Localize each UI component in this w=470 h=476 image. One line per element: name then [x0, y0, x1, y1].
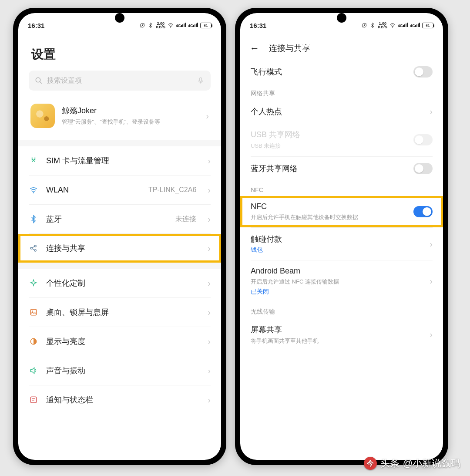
- row-label: 声音与振动: [46, 365, 196, 376]
- sound-icon: [29, 366, 38, 375]
- chevron-right-icon: ›: [206, 111, 209, 121]
- settings-row-声音与振动[interactable]: 声音与振动›: [18, 356, 221, 385]
- row-bt-tether[interactable]: 蓝牙共享网络: [240, 157, 443, 180]
- row-value: TP-LINK_C2A6: [148, 186, 196, 194]
- display-icon: [29, 337, 38, 346]
- chevron-right-icon: ›: [208, 156, 211, 166]
- airplane-toggle[interactable]: [413, 66, 433, 78]
- search-bar[interactable]: [29, 71, 211, 91]
- camera-notch: [337, 13, 346, 23]
- palette-icon: [29, 279, 38, 287]
- touchpay-link: 钱包: [251, 246, 423, 254]
- dnd-icon: [361, 22, 367, 28]
- section-wireless: 无线传输: [240, 302, 443, 318]
- phone-frame-left: 16:31 2.00KB/S 4G 4G 61 设置: [13, 8, 226, 465]
- svg-line-4: [40, 81, 42, 84]
- row-label: WLAN: [46, 186, 141, 195]
- battery-icon: 61: [422, 23, 433, 28]
- chevron-right-icon: ›: [208, 337, 211, 347]
- row-label: 蓝牙: [46, 214, 168, 224]
- mic-icon[interactable]: [197, 77, 205, 84]
- row-label: 个性化定制: [46, 278, 196, 288]
- chevron-right-icon: ›: [208, 278, 211, 288]
- screenshare-label: 屏幕共享: [251, 324, 423, 335]
- bluetooth-status-icon: [148, 22, 154, 28]
- chevron-right-icon: ›: [208, 307, 211, 317]
- row-label: SIM 卡与流量管理: [46, 155, 196, 166]
- svg-point-11: [32, 311, 33, 312]
- beam-label: Android Beam: [251, 267, 423, 276]
- screenshare-sub: 将手机画面共享至其他手机: [251, 337, 423, 345]
- row-value: 未连接: [175, 215, 196, 224]
- nfc-sub: 开启后允许手机在触碰其他设备时交换数据: [251, 213, 407, 222]
- settings-row-个性化定制[interactable]: 个性化定制›: [18, 269, 221, 297]
- camera-notch: [115, 13, 124, 23]
- row-screen-share[interactable]: 屏幕共享 将手机画面共享至其他手机 ›: [240, 318, 443, 351]
- toutiao-icon: 今: [364, 457, 377, 470]
- account-name: 鲸殇Joker: [62, 105, 199, 116]
- back-button[interactable]: ←: [250, 43, 259, 54]
- chevron-right-icon: ›: [430, 276, 433, 286]
- chevron-right-icon: ›: [430, 239, 433, 249]
- nfc-label: NFC: [251, 202, 407, 211]
- usb-toggle: [413, 134, 433, 145]
- row-label: 连接与共享: [46, 243, 196, 253]
- signal-2: 4G: [188, 23, 198, 28]
- nfc-toggle[interactable]: [413, 206, 433, 217]
- search-icon: [35, 77, 43, 84]
- sim-icon: [29, 156, 38, 165]
- settings-row-显示与亮度[interactable]: 显示与亮度›: [18, 327, 221, 356]
- svg-point-18: [392, 27, 393, 28]
- row-touch-pay[interactable]: 触碰付款 钱包 ›: [240, 228, 443, 260]
- beam-status: 已关闭: [251, 288, 423, 296]
- settings-row-蓝牙[interactable]: 蓝牙未连接›: [18, 205, 221, 233]
- status-time: 16:31: [250, 22, 266, 29]
- row-airplane-mode[interactable]: 飞行模式: [240, 60, 443, 84]
- bt-tether-label: 蓝牙共享网络: [251, 163, 407, 174]
- usb-label: USB 共享网络: [251, 129, 407, 140]
- airplane-label: 飞行模式: [251, 67, 407, 77]
- settings-row-SIM 卡与流量管理[interactable]: SIM 卡与流量管理›: [18, 146, 221, 175]
- section-divider: [18, 140, 221, 146]
- svg-point-6: [33, 192, 34, 193]
- row-label: 显示与亮度: [46, 336, 196, 347]
- account-card[interactable]: 鲸殇Joker 管理"云服务"、"查找手机"、登录设备等 ›: [29, 100, 211, 132]
- beam-sub: 开启后允许通过 NFC 连接传输数据: [251, 277, 423, 286]
- chevron-right-icon: ›: [208, 185, 211, 195]
- signal-1: 4G: [398, 23, 408, 28]
- avatar: [30, 104, 55, 128]
- page-title: 连接与共享: [269, 43, 310, 54]
- row-label: 通知与状态栏: [46, 395, 196, 405]
- svg-rect-5: [200, 78, 202, 81]
- svg-rect-10: [30, 309, 36, 315]
- section-network-share: 网络共享: [240, 84, 443, 100]
- search-input[interactable]: [47, 77, 192, 84]
- bluetooth-icon: [29, 215, 38, 223]
- section-divider: [18, 263, 221, 269]
- row-android-beam[interactable]: Android Beam 开启后允许通过 NFC 连接传输数据 已关闭 ›: [240, 260, 443, 302]
- usb-sub: USB 未连接: [251, 142, 407, 150]
- battery-icon: 61: [200, 23, 212, 28]
- row-nfc[interactable]: NFC 开启后允许手机在触碰其他设备时交换数据: [240, 196, 443, 228]
- row-usb-tether: USB 共享网络 USB 未连接: [240, 123, 443, 156]
- settings-row-桌面、锁屏与息屏[interactable]: 桌面、锁屏与息屏›: [18, 298, 221, 327]
- settings-row-连接与共享[interactable]: 连接与共享›: [18, 234, 221, 263]
- account-sub: 管理"云服务"、"查找手机"、登录设备等: [62, 118, 199, 126]
- chevron-right-icon: ›: [208, 395, 211, 405]
- chevron-right-icon: ›: [430, 330, 433, 340]
- notify-icon: [29, 395, 38, 404]
- section-nfc: NFC: [240, 180, 443, 196]
- settings-row-WLAN[interactable]: WLANTP-LINK_C2A6›: [18, 176, 221, 204]
- bt-tether-toggle[interactable]: [413, 163, 433, 174]
- desktop-icon: [29, 308, 38, 317]
- settings-row-通知与状态栏[interactable]: 通知与状态栏›: [18, 385, 221, 414]
- row-hotspot[interactable]: 个人热点 ›: [240, 100, 443, 123]
- bluetooth-status-icon: [369, 22, 376, 28]
- wifi-status-icon: [168, 22, 174, 28]
- hotspot-label: 个人热点: [251, 106, 423, 117]
- phone-frame-right: 16:31 1.00KB/S 4G 4G 61 ← 连接与共享 飞行模式: [235, 8, 448, 465]
- dnd-icon: [139, 22, 145, 28]
- svg-rect-13: [30, 397, 36, 402]
- svg-point-3: [36, 78, 40, 82]
- row-label: 桌面、锁屏与息屏: [46, 307, 196, 317]
